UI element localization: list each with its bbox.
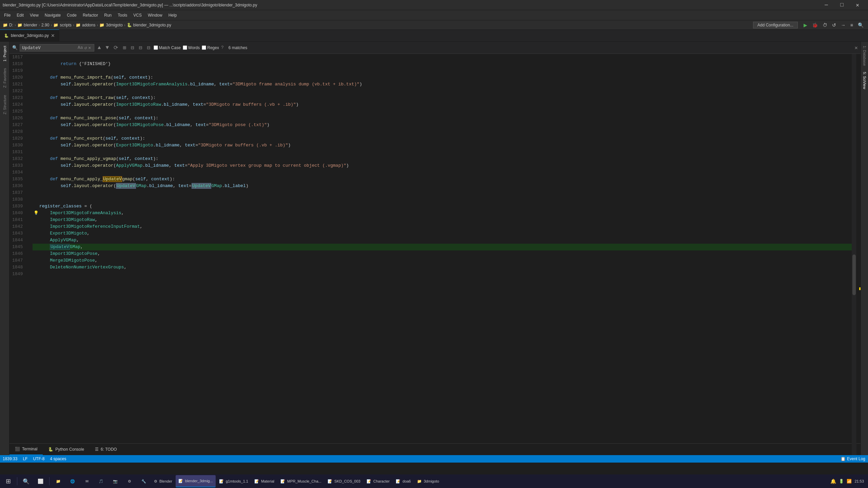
taskbar-extra1[interactable]: 📷 xyxy=(108,475,122,487)
taskbar-pycharm[interactable]: 📝blender_3dmig... xyxy=(176,475,216,487)
search-filter2-button[interactable]: ⊟ xyxy=(138,44,144,52)
editor-tab-active[interactable]: 🐍 blender_3dmigoto.py ✕ xyxy=(0,29,59,41)
search-filter-button[interactable]: ⊞ xyxy=(121,44,127,52)
vertical-scrollbar[interactable] xyxy=(852,54,856,443)
sidebar-right-database[interactable]: 1: Database xyxy=(861,43,868,68)
search-close-inner[interactable]: ✕ xyxy=(88,45,91,50)
taskbar-g1m[interactable]: 📝g1mtools_1.1 xyxy=(216,475,251,487)
table-row: def menu_func_import_fa(self, context): xyxy=(33,74,856,81)
close-button[interactable]: ✕ xyxy=(850,0,865,10)
taskbar-blender[interactable]: ⚙Blender xyxy=(151,475,175,487)
terminal-tab[interactable]: ⬛ Terminal xyxy=(9,444,43,455)
sidebar-right-sciview[interactable]: 5: SciView xyxy=(861,69,868,92)
taskbar-extra3[interactable]: 🔧 xyxy=(137,475,151,487)
todo-tab[interactable]: ☰ 6: TODO xyxy=(90,444,122,455)
python-console-tab[interactable]: 🐍 Python Console xyxy=(43,444,90,455)
breadcrumb-drive[interactable]: D: xyxy=(9,23,13,27)
run-button[interactable]: ▶ xyxy=(802,22,809,28)
taskbar-material-icon: 📝 xyxy=(254,479,259,484)
regex-checkbox[interactable] xyxy=(202,45,206,50)
menu-vcs[interactable]: VCS xyxy=(131,12,144,19)
breadcrumb-drive-icon: 📁 xyxy=(3,23,8,27)
status-indent[interactable]: 4 spaces xyxy=(50,456,66,461)
terminal-label: Terminal xyxy=(22,447,37,451)
sidebar-item-favorites[interactable]: Z: Favorites xyxy=(3,68,7,88)
taskbar-media[interactable]: 🎵 xyxy=(94,475,108,487)
search-clear[interactable]: ↺ xyxy=(84,45,87,50)
taskbar-3dmigoto[interactable]: 📁3dmigoto xyxy=(414,475,442,487)
words-checkbox[interactable] xyxy=(183,45,187,50)
minimize-button[interactable]: — xyxy=(818,0,834,10)
taskbar-extra2[interactable]: ⚙ xyxy=(123,475,136,487)
status-encoding[interactable]: UTF-8 xyxy=(33,456,44,461)
taskbar-explorer[interactable]: 📁 xyxy=(52,475,65,487)
breadcrumb-bar: 📁 D: › 📁 blender › 2.90 › 📁 scripts › 📁 … xyxy=(0,20,868,30)
match-case-option[interactable]: Match Case xyxy=(154,45,181,50)
more-button[interactable]: ≡ xyxy=(849,22,855,28)
menu-file[interactable]: File xyxy=(1,12,13,19)
menu-refactor[interactable]: Refactor xyxy=(80,12,101,19)
breadcrumb-file[interactable]: blender_3dmigoto.py xyxy=(133,23,171,27)
menu-run[interactable]: Run xyxy=(101,12,114,19)
menu-tools[interactable]: Tools xyxy=(115,12,130,19)
words-option[interactable]: Words xyxy=(183,45,200,50)
taskbar-right: 🔔 🔋 📶 21:53 xyxy=(830,479,867,484)
search-options-button[interactable]: ⊟ xyxy=(130,44,136,52)
reload-button[interactable]: ↺ xyxy=(830,22,838,28)
search-wrap-button[interactable]: ⟳ xyxy=(112,44,119,52)
search-everywhere-button[interactable]: 🔍 xyxy=(856,22,865,28)
regex-option[interactable]: Regex xyxy=(202,45,219,50)
menu-window[interactable]: Window xyxy=(145,12,165,19)
step-button[interactable]: → xyxy=(839,22,847,28)
taskbar-mpr[interactable]: 📝MPR_Muscle_Cha... xyxy=(278,475,324,487)
taskbar-clock[interactable]: 21:53 xyxy=(854,479,864,483)
sidebar-item-structure[interactable]: Z: Structure xyxy=(3,95,7,114)
breadcrumb-blender[interactable]: blender xyxy=(24,23,37,27)
taskbar-doa6[interactable]: 📝doa6 xyxy=(393,475,413,487)
taskbar-search[interactable]: 🔍 xyxy=(19,475,33,487)
status-event-log[interactable]: 📋 Event Log xyxy=(841,456,865,461)
menu-edit[interactable]: Edit xyxy=(14,12,26,19)
search-case-toggle[interactable]: Aa xyxy=(78,45,83,50)
taskbar-start[interactable]: ⊞ xyxy=(1,475,15,487)
search-next-button[interactable]: ▼ xyxy=(104,44,111,52)
taskbar-material[interactable]: 📝Material xyxy=(252,475,277,487)
search-input[interactable] xyxy=(22,45,76,50)
breadcrumb-scripts[interactable]: scripts xyxy=(60,23,72,27)
taskbar-sep-2 xyxy=(49,477,50,485)
code-content[interactable]: return {'FINISHED'} def menu_func_import… xyxy=(30,54,856,443)
minimap[interactable] xyxy=(856,54,861,443)
sidebar-item-project[interactable]: 1: Project xyxy=(3,46,7,61)
taskbar-task-view[interactable]: ⬜ xyxy=(34,475,47,487)
table-row: return {'FINISHED'} xyxy=(33,61,856,67)
status-line-ending[interactable]: LF xyxy=(23,456,27,461)
match-case-checkbox[interactable] xyxy=(154,45,158,50)
search-extra-button[interactable]: ⊟ xyxy=(145,44,152,52)
taskbar-skd[interactable]: 📝SKD_COS_003 xyxy=(325,475,363,487)
table-row xyxy=(33,271,856,278)
taskbar-character[interactable]: 📝Character xyxy=(364,475,392,487)
profile-button[interactable]: ⏱ xyxy=(821,22,829,28)
search-panel-close[interactable]: ✕ xyxy=(854,44,858,51)
menu-code[interactable]: Code xyxy=(64,12,79,19)
maximize-button[interactable]: □ xyxy=(834,0,850,10)
taskbar-edge[interactable]: 🌐 xyxy=(66,475,79,487)
tab-close-button[interactable]: ✕ xyxy=(51,33,55,38)
table-row xyxy=(33,169,856,176)
debug-button[interactable]: 🐞 xyxy=(810,22,820,28)
status-position[interactable]: 1839:33 xyxy=(3,456,17,461)
bottom-panel: ⬛ Terminal 🐍 Python Console ☰ 6: TODO xyxy=(9,443,861,455)
breadcrumb-version[interactable]: 2.90 xyxy=(41,23,49,27)
taskbar-mail[interactable]: ✉ xyxy=(80,475,94,487)
words-label: Words xyxy=(188,45,200,50)
table-row: Import3DMigotoRaw, xyxy=(33,217,856,223)
regex-help[interactable]: ? xyxy=(221,45,224,50)
taskbar-notification-icon[interactable]: 🔔 xyxy=(830,479,836,484)
add-configuration-button[interactable]: Add Configuration... xyxy=(753,22,798,28)
menu-navigate[interactable]: Navigate xyxy=(42,12,63,19)
breadcrumb-3dmigoto[interactable]: 3dmigoto xyxy=(106,23,122,27)
menu-view[interactable]: View xyxy=(27,12,41,19)
breadcrumb-addons[interactable]: addons xyxy=(82,23,95,27)
menu-help[interactable]: Help xyxy=(166,12,180,19)
search-prev-button[interactable]: ▲ xyxy=(96,44,102,52)
